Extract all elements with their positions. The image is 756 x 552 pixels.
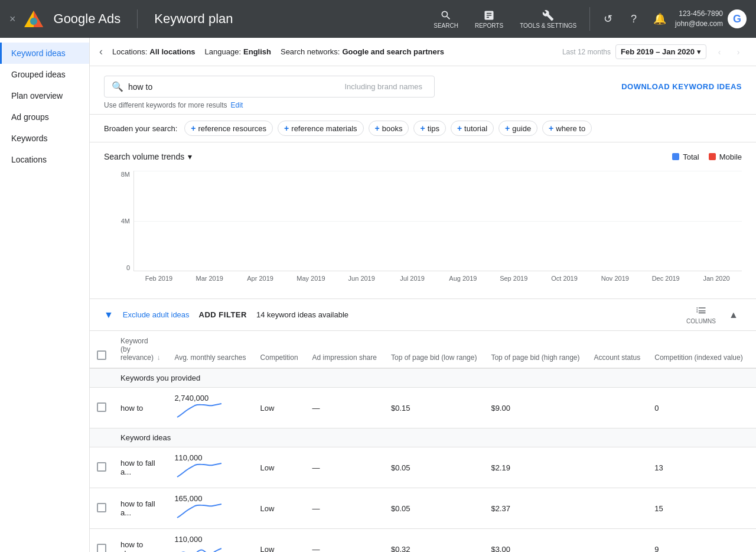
legend-mobile: Mobile [709,152,742,161]
comp-indexed-cell: 9 [647,529,750,553]
table-wrapper: Keyword(byrelevance) ↓ Avg. monthly sear… [90,331,756,552]
row-checkbox[interactable] [97,462,106,472]
columns-button[interactable]: COLUMNS [686,305,716,324]
account-status-header[interactable]: Account status [587,331,648,368]
x-label-8: Oct 2019 [539,271,590,289]
chevron-down-icon: ▾ [697,47,701,56]
plus-icon: + [191,124,195,133]
chart-y-axis: 8M 4M 0 [104,171,133,271]
account-status-cell [587,529,648,553]
prev-period-button[interactable]: ‹ [711,44,728,60]
nav-divider [137,9,138,28]
competition-cell: Low [253,488,305,529]
bid-high-header[interactable]: Top of page bid (high range) [484,331,586,368]
chip-reference-materials[interactable]: + reference materials [278,121,363,136]
x-label-7: Sep 2019 [488,271,539,289]
select-all-header[interactable] [90,331,113,368]
table-row: how to fall a... 110,000 Low — $0.05 $2.… [90,447,756,488]
collapse-sidebar-button[interactable]: ‹ [99,46,103,58]
legend-total: Total [672,152,699,161]
sidebar-item-ad-groups[interactable]: Ad groups [0,106,89,128]
download-keywords-button[interactable]: DOWNLOAD KEYWORD IDEAS [621,82,742,91]
comp-indexed-header[interactable]: Competition (indexed value) [647,331,750,368]
legend-total-color [672,153,679,160]
tools-nav-button[interactable]: TOOLS & SETTINGS [514,7,582,31]
organic-pos-header[interactable]: Organic average position [750,331,756,368]
refresh-button[interactable]: ↺ [597,8,618,30]
row-checkbox[interactable] [97,402,106,412]
x-label-2: Apr 2019 [235,271,286,289]
x-label-5: Jul 2019 [387,271,438,289]
select-all-checkbox[interactable] [97,350,106,360]
ad-impression-cell: — [305,529,384,553]
bid-low-cell: $0.05 [384,447,484,488]
provided-section-label: Keywords you provided [113,368,756,388]
sidebar-item-plan-overview[interactable]: Plan overview [0,85,89,106]
bid-high-cell: $2.37 [484,488,586,529]
chart-dropdown[interactable]: ▾ [188,152,192,161]
plus-icon: + [420,124,425,133]
row-checkbox[interactable] [97,503,106,512]
main-content: ‹ Locations: All locations Language: Eng… [90,38,756,552]
x-label-10: Dec 2019 [640,271,691,289]
add-filter-button[interactable]: ADD FILTER [199,310,247,319]
chip-where-to[interactable]: + where to [542,121,592,136]
account-status-cell [587,447,648,488]
search-nav-button[interactable]: SEARCH [428,7,464,31]
x-label-6: Aug 2019 [438,271,488,289]
bid-low-header[interactable]: Top of page bid (low range) [384,331,484,368]
row-checkbox[interactable] [97,544,106,553]
language-filter[interactable]: Language: English [205,47,271,56]
networks-filter[interactable]: Search networks: Google and search partn… [281,47,444,56]
sidebar-item-locations[interactable]: Locations [0,149,89,170]
chip-books[interactable]: + books [369,121,409,136]
sidebar-item-keyword-ideas[interactable]: Keyword ideas [0,43,89,64]
collapse-table-button[interactable]: ▲ [725,307,742,323]
app-name: Google Ads [54,11,121,27]
search-box[interactable]: 🔍 how to Including brand names [104,76,435,98]
keyword-header[interactable]: Keyword(byrelevance) ↓ [113,331,167,368]
app-layout: Keyword ideas Grouped ideas Plan overvie… [0,38,756,552]
icon-divider [589,7,590,31]
date-range-selector[interactable]: Last 12 months Feb 2019 – Jan 2020 ▾ ‹ › [562,44,747,60]
chart-container: 8M 4M 0 Feb 2019Mar 2019Apr 2019May 2019… [104,171,742,289]
chip-guide[interactable]: + guide [498,121,537,136]
broaden-label: Broaden your search: [104,124,177,133]
next-period-button[interactable]: › [730,44,747,60]
exclude-adult-button[interactable]: Exclude adult ideas [123,310,190,319]
bid-high-cell: $9.00 [484,388,586,428]
chip-reference-resources[interactable]: + reference resources [184,121,273,136]
competition-header[interactable]: Competition [253,331,305,368]
organic-pos-cell: — [750,488,756,529]
ad-impression-cell: — [305,388,384,428]
chart-title: Search volume trends [104,152,184,161]
bid-low-cell: $0.32 [384,529,484,553]
keyword-cell: how to sleep [113,529,167,553]
locations-filter[interactable]: Locations: All locations [112,47,195,56]
svg-point-3 [30,18,37,25]
bid-low-cell: $0.05 [384,488,484,529]
notifications-button[interactable]: 🔔 [649,8,670,30]
chip-tutorial[interactable]: + tutorial [451,121,494,136]
competition-cell: Low [253,388,305,428]
keyword-cell: how to fall a... [113,488,167,529]
user-phone: 123-456-7890 [675,9,723,19]
chip-tips[interactable]: + tips [413,121,445,136]
edit-link[interactable]: Edit [231,101,243,109]
search-area: 🔍 how to Including brand names DOWNLOAD … [90,66,756,115]
avg-searches-cell: 110,000 [167,447,253,488]
sidebar-item-grouped-ideas[interactable]: Grouped ideas [0,64,89,85]
avg-searches-header[interactable]: Avg. monthly searches [167,331,253,368]
ad-impression-header[interactable]: Ad impression share [305,331,384,368]
plus-icon: + [457,124,462,133]
user-avatar[interactable]: G [728,9,747,28]
brand-names-label: Including brand names [344,82,427,91]
x-label-0: Feb 2019 [133,271,184,289]
close-button[interactable]: × [9,13,16,25]
google-logo [23,8,44,30]
reports-nav-button[interactable]: REPORTS [469,7,509,31]
help-button[interactable]: ? [623,8,644,30]
top-nav: × Google Ads Keyword plan SEARCH REPORTS… [0,0,756,38]
sidebar-item-keywords[interactable]: Keywords [0,128,89,149]
table-row: how to 2,740,000 Low — $0.15 $9.00 0 — [90,388,756,428]
